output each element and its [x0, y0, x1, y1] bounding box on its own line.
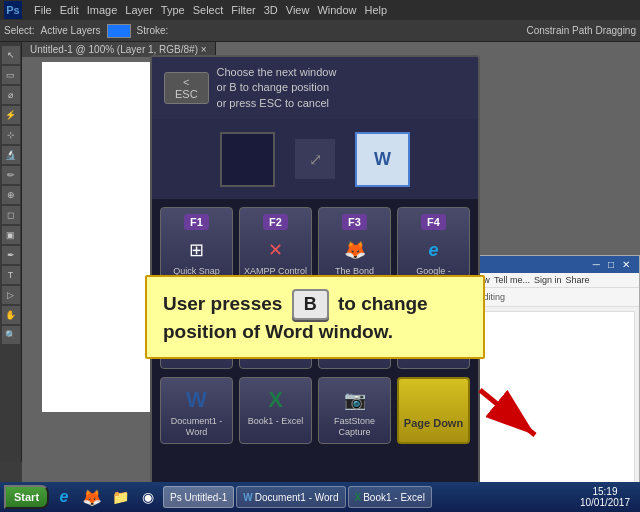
excel-taskbar-icon: X — [355, 492, 362, 503]
taskbar-folder-icon[interactable]: 📁 — [107, 484, 133, 510]
switcher-key-faststone[interactable]: 📷 FastStone Capture — [318, 377, 391, 445]
menu-select[interactable]: Select — [193, 4, 224, 16]
f4-icon: e — [420, 236, 448, 264]
word-key-icon: W — [183, 386, 211, 414]
tool-lasso[interactable]: ⌀ — [2, 86, 20, 104]
menu-image[interactable]: Image — [87, 4, 118, 16]
svg-line-1 — [480, 390, 535, 435]
tool-brush[interactable]: ✏ — [2, 166, 20, 184]
switcher-header-row: Choose the next window or B to change po… — [217, 65, 466, 111]
taskbar-firefox-icon[interactable]: 🦊 — [79, 484, 105, 510]
taskbar-date-display: 10/01/2017 — [580, 497, 630, 508]
color-swatch[interactable] — [107, 24, 131, 38]
word-share[interactable]: Share — [565, 275, 589, 285]
taskbar-clock: 15:19 10/01/2017 — [574, 486, 636, 508]
f2-icon: ✕ — [262, 236, 290, 264]
notice-text-before: User presses — [163, 293, 282, 314]
tool-gradient[interactable]: ▣ — [2, 226, 20, 244]
folder-icon-glyph: 📁 — [112, 489, 129, 505]
f4-label: F4 — [421, 214, 446, 230]
esc-button[interactable]: < ESC — [164, 72, 209, 104]
f3-label: F3 — [342, 214, 367, 230]
ps-menubar: Ps File Edit Image Layer Type Select Fil… — [0, 0, 640, 20]
preview-expand-icon: ⤢ — [295, 139, 335, 179]
menu-type[interactable]: Type — [161, 4, 185, 16]
tool-select[interactable]: ▭ — [2, 66, 20, 84]
taskbar-word-btn[interactable]: W Document1 - Word — [236, 486, 345, 508]
faststone-key-icon: 📷 — [341, 386, 369, 414]
taskbar-excel-label: Book1 - Excel — [363, 492, 425, 503]
switcher-instruction-text: Choose the next window or B to change po… — [217, 65, 337, 111]
switcher-bottom-grid: W Document1 - Word X Book1 - Excel 📷 Fas… — [152, 373, 478, 453]
red-arrow-icon — [470, 380, 550, 450]
word-maximize-button[interactable]: □ — [605, 259, 617, 270]
pagedown-key-icon — [420, 387, 448, 415]
word-minimize-button[interactable]: ─ — [590, 259, 603, 270]
taskbar-excel-btn[interactable]: X Book1 - Excel — [348, 486, 432, 508]
tool-magic-wand[interactable]: ⚡ — [2, 106, 20, 124]
tool-clone[interactable]: ⊕ — [2, 186, 20, 204]
preview-word-box: W — [355, 132, 410, 187]
ps-logo: Ps — [4, 1, 22, 19]
tool-text[interactable]: T — [2, 266, 20, 284]
active-layers-label: Active Layers — [41, 25, 101, 36]
ps-options-bar: Select: Active Layers Stroke: Constrain … — [0, 20, 640, 42]
tool-zoom[interactable]: 🔍 — [2, 326, 20, 344]
taskbar-ie-icon[interactable]: e — [51, 484, 77, 510]
word-close-button[interactable]: ✕ — [619, 259, 633, 270]
switcher-preview-area: ⤢ W — [152, 119, 478, 199]
menu-filter[interactable]: Filter — [231, 4, 255, 16]
f3-icon: 🦊 — [341, 236, 369, 264]
f1-icon: ⊞ — [183, 236, 211, 264]
tool-hand[interactable]: ✋ — [2, 306, 20, 324]
firefox-icon-glyph: 🦊 — [82, 488, 102, 507]
yellow-notice-text: User presses B to changeposition of Word… — [163, 289, 467, 345]
tool-pen[interactable]: ✒ — [2, 246, 20, 264]
f2-label: F2 — [263, 214, 288, 230]
b-key-badge: B — [292, 289, 329, 320]
menu-help[interactable]: Help — [365, 4, 388, 16]
menu-3d[interactable]: 3D — [264, 4, 278, 16]
excel-key-icon: X — [262, 386, 290, 414]
taskbar-time-display: 15:19 — [580, 486, 630, 497]
preview-empty-box — [220, 132, 275, 187]
switcher-header: < ESC Choose the next window or B to cha… — [152, 57, 478, 119]
word-preview-icon: W — [374, 149, 391, 170]
ie-icon-glyph: e — [60, 488, 69, 506]
word-taskbar-icon: W — [243, 492, 252, 503]
tool-move[interactable]: ↖ — [2, 46, 20, 64]
tool-eraser[interactable]: ◻ — [2, 206, 20, 224]
switcher-key-excel[interactable]: X Book1 - Excel — [239, 377, 312, 445]
taskbar-word-label: Document1 - Word — [255, 492, 339, 503]
menu-file[interactable]: File — [34, 4, 52, 16]
ps-tools-panel: ↖ ▭ ⌀ ⚡ ⊹ 🔬 ✏ ⊕ ◻ ▣ ✒ T ▷ ✋ 🔍 — [0, 42, 22, 462]
taskbar-chrome-icon[interactable]: ◉ — [135, 484, 161, 510]
yellow-notice: User presses B to changeposition of Word… — [145, 275, 485, 359]
menu-window[interactable]: Window — [317, 4, 356, 16]
chrome-icon-glyph: ◉ — [142, 489, 154, 505]
menu-view[interactable]: View — [286, 4, 310, 16]
switcher-key-word[interactable]: W Document1 - Word — [160, 377, 233, 445]
faststone-key-name: FastStone Capture — [323, 416, 386, 438]
menu-layer[interactable]: Layer — [125, 4, 153, 16]
tool-shape[interactable]: ▷ — [2, 286, 20, 304]
start-button[interactable]: Start — [4, 485, 49, 509]
arrow-overlay — [470, 380, 550, 452]
f1-label: F1 — [184, 214, 209, 230]
tool-crop[interactable]: ⊹ — [2, 126, 20, 144]
word-signin[interactable]: Sign in — [534, 275, 562, 285]
pagedown-key-name: Page Down — [403, 417, 464, 430]
stroke-label: Stroke: — [137, 25, 169, 36]
menu-edit[interactable]: Edit — [60, 4, 79, 16]
word-key-name: Document1 - Word — [165, 416, 228, 438]
select-label: Select: — [4, 25, 35, 36]
constrain-label: Constrain Path Dragging — [526, 25, 636, 36]
excel-key-name: Book1 - Excel — [244, 416, 307, 427]
taskbar: Start e 🦊 📁 ◉ Ps Untitled-1 W Document1 … — [0, 482, 640, 512]
taskbar-photoshop-btn[interactable]: Ps Untitled-1 — [163, 486, 234, 508]
taskbar-ps-label: Ps Untitled-1 — [170, 492, 227, 503]
word-tell-me[interactable]: Tell me... — [494, 275, 530, 285]
tool-eyedropper[interactable]: 🔬 — [2, 146, 20, 164]
switcher-key-pagedown[interactable]: Page Down — [397, 377, 470, 445]
